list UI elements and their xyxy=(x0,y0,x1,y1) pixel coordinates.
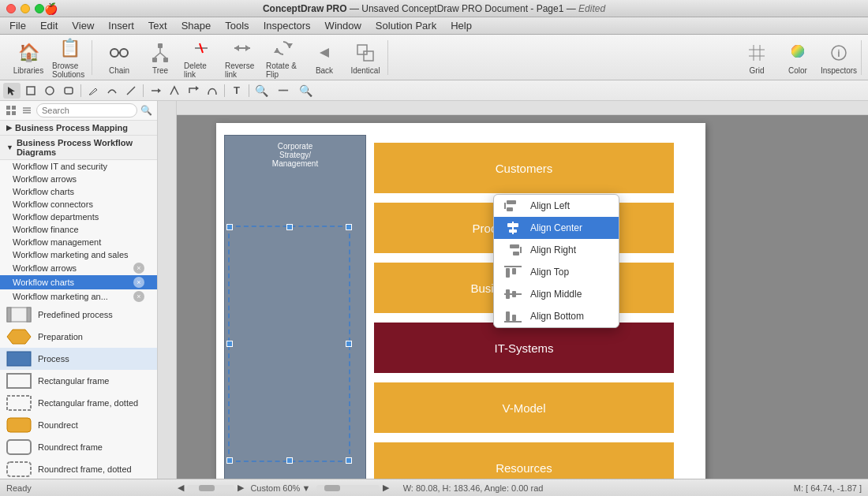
shape-process[interactable]: Process xyxy=(0,348,157,370)
bezier-tool[interactable] xyxy=(204,83,221,99)
browse-solutions-button[interactable]: 📋 Browse Solutions xyxy=(51,34,88,80)
close-button[interactable] xyxy=(6,4,16,13)
rounded-rect-tool[interactable] xyxy=(60,83,77,99)
shape-rectangular-frame-dotted[interactable]: Rectangular frame, dotted xyxy=(0,392,157,414)
handle-tr[interactable] xyxy=(346,224,352,230)
sidebar-item-workflow-management[interactable]: Workflow management xyxy=(0,236,157,248)
bend-tool[interactable] xyxy=(166,83,183,99)
menu-view[interactable]: View xyxy=(65,18,100,33)
shape-roundrect-frame[interactable]: Roundrect frame xyxy=(0,436,157,458)
libraries-button[interactable]: 🏠 Libraries xyxy=(9,39,47,76)
sidebar-item-workflow-departments[interactable]: Workflow departments xyxy=(0,211,157,223)
tree-button[interactable]: Tree xyxy=(141,39,179,76)
handle-tl[interactable] xyxy=(226,224,233,230)
category-business-workflow[interactable]: ▼ Business Process Workflow Diagrams xyxy=(0,136,157,160)
minimize-button[interactable] xyxy=(21,4,30,13)
tab-workflow-charts[interactable]: Workflow charts × xyxy=(0,275,157,289)
wf-box-it-systems[interactable]: IT-Systems xyxy=(374,323,674,373)
align-right-icon xyxy=(503,243,522,257)
rotate-flip-button[interactable]: Rotate & Flip xyxy=(264,34,302,80)
canvas-page[interactable]: CorporateStrategy/Management xyxy=(216,123,705,479)
sidebar-view-grid[interactable] xyxy=(5,104,17,117)
sidebar-item-workflow-it[interactable]: Workflow IT and security xyxy=(0,160,157,173)
connect-tool[interactable] xyxy=(147,83,164,99)
shape-roundrect[interactable]: Roundrect xyxy=(0,414,157,436)
text-tool[interactable]: T xyxy=(228,83,245,99)
shape-rectangular-frame[interactable]: Rectangular frame xyxy=(0,370,157,392)
handle-tc[interactable] xyxy=(286,224,293,230)
search-input[interactable] xyxy=(36,103,137,117)
scrollbar-h[interactable] xyxy=(187,485,234,491)
category-business-process-mapping[interactable]: ▶ Business Process Mapping xyxy=(0,121,157,136)
close-tab-marketing[interactable]: × xyxy=(133,291,144,302)
inspectors-button[interactable]: i Inspectors xyxy=(820,39,858,76)
menu-shape[interactable]: Shape xyxy=(175,18,218,33)
align-top-item[interactable]: Align Top xyxy=(494,261,619,283)
menu-file[interactable]: File xyxy=(3,18,32,33)
tree-icon xyxy=(148,40,173,65)
scroll-zoom-btn[interactable]: ▶ xyxy=(383,483,389,493)
ellipse-tool[interactable] xyxy=(41,83,58,99)
maximize-button[interactable] xyxy=(35,4,44,13)
shape-label: Rectangular frame xyxy=(38,376,110,386)
menu-tools[interactable]: Tools xyxy=(219,18,255,33)
line-tool[interactable] xyxy=(122,83,140,99)
sidebar-item-workflow-marketing[interactable]: Workflow marketing and sales xyxy=(0,248,157,261)
sidebar-item-workflow-connectors[interactable]: Workflow connectors xyxy=(0,198,157,211)
zoom-in-tool[interactable]: 🔍 xyxy=(297,83,314,99)
handle-br[interactable] xyxy=(346,457,352,464)
wf-box-resources[interactable]: Resources xyxy=(374,442,674,479)
menu-edit[interactable]: Edit xyxy=(34,18,64,33)
chain-button[interactable]: Chain xyxy=(100,39,138,76)
scrollbar-v[interactable] xyxy=(316,485,380,491)
pen-tool[interactable] xyxy=(84,83,102,99)
align-left-item[interactable]: Align Left xyxy=(494,195,619,217)
zoom-out-tool[interactable]: 🔍 xyxy=(253,83,270,99)
svg-marker-34 xyxy=(158,88,161,93)
grid-button[interactable]: Grid xyxy=(738,39,776,76)
sidebar-item-workflow-charts-list[interactable]: Workflow charts xyxy=(0,185,157,198)
shape-predefined-process[interactable]: Predefined process xyxy=(0,304,157,326)
menu-text[interactable]: Text xyxy=(142,18,174,33)
tab-workflow-arrows[interactable]: Workflow arrows × xyxy=(0,261,157,275)
selected-shape[interactable] xyxy=(228,226,350,462)
align-bottom-item[interactable]: Align Bottom xyxy=(494,305,619,327)
menu-insert[interactable]: Insert xyxy=(102,18,140,33)
back-button[interactable]: Back xyxy=(305,39,343,76)
align-right-item[interactable]: Align Right xyxy=(494,239,619,261)
canvas-area[interactable]: CorporateStrategy/Management xyxy=(158,101,868,479)
scroll-next[interactable]: ▶ xyxy=(238,483,244,493)
close-tab-charts[interactable]: × xyxy=(133,277,144,288)
menu-window[interactable]: Window xyxy=(319,18,368,33)
sidebar-magnifier[interactable]: 🔍 xyxy=(140,105,152,116)
shape-preparation[interactable]: Preparation xyxy=(0,326,157,348)
handle-ml[interactable] xyxy=(226,341,233,347)
tab-workflow-marketing[interactable]: Workflow marketing an... × xyxy=(0,289,157,304)
wf-box-customers[interactable]: Customers xyxy=(374,143,674,193)
ruler-horizontal xyxy=(177,101,868,115)
handle-bl[interactable] xyxy=(226,457,233,464)
shape-roundrect-frame-dotted[interactable]: Roundrect frame, dotted xyxy=(0,458,157,479)
handle-bc[interactable] xyxy=(286,457,293,464)
select-tool[interactable] xyxy=(3,83,21,99)
rect-tool[interactable] xyxy=(22,83,39,99)
smart-connect-tool[interactable] xyxy=(185,83,202,99)
menu-solution-park[interactable]: Solution Park xyxy=(369,18,443,33)
align-center-item[interactable]: Align Center xyxy=(494,217,619,239)
sidebar-view-list[interactable] xyxy=(21,104,33,117)
identical-button[interactable]: Identical xyxy=(346,39,384,76)
curve-tool[interactable] xyxy=(103,83,121,99)
reverse-link-button[interactable]: Reverse link xyxy=(223,34,261,80)
close-tab-arrows[interactable]: × xyxy=(133,263,144,274)
sidebar-item-workflow-finance[interactable]: Workflow finance xyxy=(0,223,157,236)
menu-help[interactable]: Help xyxy=(444,18,478,33)
delete-link-button[interactable]: Delete link xyxy=(182,34,220,80)
handle-mr[interactable] xyxy=(346,341,352,347)
color-button[interactable]: Color xyxy=(779,39,817,76)
scroll-prev[interactable]: ◀ xyxy=(178,483,184,493)
align-middle-item[interactable]: Align Middle xyxy=(494,283,619,305)
wf-box-vmodel[interactable]: V-Model xyxy=(374,382,674,433)
zoom-control[interactable]: Custom 60% ▼ xyxy=(250,483,310,493)
menu-inspectors[interactable]: Inspectors xyxy=(257,18,317,33)
sidebar-item-workflow-arrows-list[interactable]: Workflow arrows xyxy=(0,173,157,185)
